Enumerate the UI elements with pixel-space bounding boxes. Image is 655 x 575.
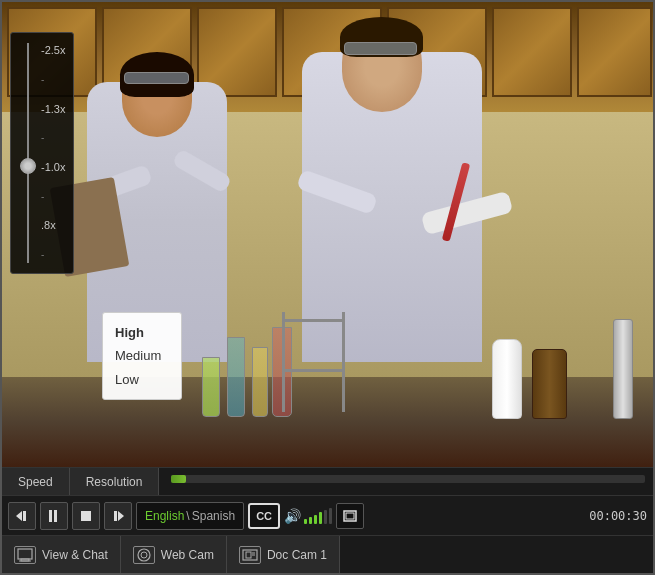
view-chat-button[interactable]: View & Chat (2, 536, 121, 573)
fullscreen-button[interactable] (336, 503, 364, 529)
cc-button[interactable]: CC (248, 503, 280, 529)
doc-cam-label: Doc Cam 1 (267, 548, 327, 562)
language-spanish: Spanish (192, 509, 235, 523)
vol-bar-5 (324, 510, 327, 524)
doc-cam-button[interactable]: Doc Cam 1 (227, 536, 340, 573)
video-area: -2.5x - -1.3x - -1.0x - .8x - High Mediu… (2, 2, 653, 467)
language-separator: \ (186, 509, 189, 523)
vol-bar-1 (304, 519, 307, 524)
speed-tab[interactable]: Speed (2, 468, 70, 495)
tab-bar: Speed Resolution (2, 467, 653, 495)
resolution-medium[interactable]: Medium (115, 344, 169, 367)
speed-label-dash4: - (41, 245, 65, 265)
pause-icon (49, 510, 59, 522)
volume-area: 🔊 (284, 508, 332, 524)
svg-rect-9 (18, 549, 32, 559)
skip-forward-icon (112, 510, 124, 522)
speed-label-1-0x: -1.0x (41, 158, 65, 178)
svg-rect-3 (54, 510, 57, 522)
speed-labels: -2.5x - -1.3x - -1.0x - .8x - (41, 39, 65, 267)
skip-back-button[interactable] (8, 502, 36, 530)
language-english: English (145, 509, 184, 523)
monitor-chat-icon (17, 548, 33, 562)
resolution-low[interactable]: Low (115, 368, 169, 391)
speed-label-dash3: - (41, 187, 65, 207)
function-bar: View & Chat Web Cam (2, 535, 653, 573)
svg-point-13 (141, 552, 147, 558)
svg-point-12 (138, 549, 150, 561)
time-display: 00:00:30 (589, 509, 647, 523)
vol-bar-4 (319, 512, 322, 524)
volume-icon[interactable]: 🔊 (284, 508, 301, 524)
pause-button[interactable] (40, 502, 68, 530)
cc-label: CC (256, 510, 272, 522)
language-selector[interactable]: English \ Spanish (136, 502, 244, 530)
svg-marker-0 (16, 511, 22, 521)
video-player: -2.5x - -1.3x - -1.0x - .8x - High Mediu… (0, 0, 655, 575)
vol-bar-2 (309, 517, 312, 524)
vol-bar-3 (314, 515, 317, 524)
view-chat-label: View & Chat (42, 548, 108, 562)
stop-button[interactable] (72, 502, 100, 530)
svg-rect-1 (23, 511, 26, 521)
web-cam-label: Web Cam (161, 548, 214, 562)
camera-circle-icon (136, 548, 152, 562)
progress-bar[interactable] (171, 475, 645, 483)
fullscreen-icon (343, 510, 357, 522)
svg-rect-15 (246, 552, 251, 558)
controls-bar: Speed Resolution (2, 467, 653, 573)
speed-popup: -2.5x - -1.3x - -1.0x - .8x - (10, 32, 74, 274)
progress-area (159, 468, 653, 490)
web-cam-button[interactable]: Web Cam (121, 536, 227, 573)
svg-marker-5 (118, 511, 124, 521)
speed-label-2-5x: -2.5x (41, 41, 65, 61)
svg-rect-8 (346, 513, 354, 519)
speed-label-dash2: - (41, 128, 65, 148)
svg-rect-4 (81, 511, 91, 521)
skip-back-icon (16, 510, 28, 522)
resolution-popup: High Medium Low (102, 312, 182, 400)
web-cam-icon (133, 546, 155, 564)
speed-slider[interactable] (19, 39, 37, 267)
skip-forward-button[interactable] (104, 502, 132, 530)
slider-thumb[interactable] (20, 158, 36, 174)
svg-rect-2 (49, 510, 52, 522)
view-chat-icon (14, 546, 36, 564)
speed-label-dash1: - (41, 70, 65, 90)
stop-icon (81, 511, 91, 521)
progress-fill (171, 475, 185, 483)
svg-rect-6 (114, 511, 117, 521)
speed-label-1-3x: -1.3x (41, 99, 65, 119)
resolution-tab[interactable]: Resolution (70, 468, 160, 495)
transport-bar: English \ Spanish CC 🔊 (2, 495, 653, 535)
vol-bar-6 (329, 508, 332, 524)
doc-cam-icon (239, 546, 261, 564)
resolution-high[interactable]: High (115, 321, 169, 344)
speed-label-0-8x: .8x (41, 216, 65, 236)
doc-camera-icon (242, 548, 258, 562)
volume-bars[interactable] (304, 508, 332, 524)
slider-track (27, 43, 29, 263)
